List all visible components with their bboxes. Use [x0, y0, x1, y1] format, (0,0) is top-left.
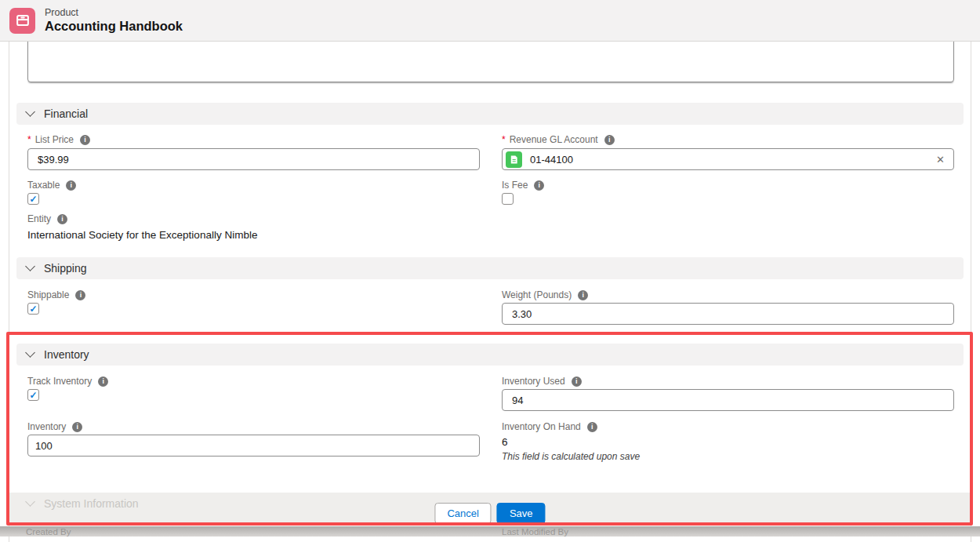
track-inventory-label: Track Inventory	[27, 376, 108, 387]
page: Product Accounting Handbook Financial * …	[0, 0, 980, 542]
info-icon[interactable]	[604, 135, 615, 145]
page-title: Accounting Handbook	[45, 19, 183, 34]
chevron-down-icon	[25, 347, 35, 358]
section-header-shipping[interactable]: Shipping	[16, 257, 964, 279]
section-label: Shipping	[44, 262, 87, 275]
system-information-fields-strip: Created By Last Modified By	[0, 526, 980, 537]
taxable-label: Taxable	[27, 180, 76, 191]
taxable-checkbox[interactable]	[27, 193, 39, 205]
record-header: Product Accounting Handbook	[0, 0, 980, 42]
last-modified-by-label: Last Modified By	[502, 527, 568, 537]
info-icon[interactable]	[72, 422, 82, 432]
list-price-input[interactable]	[27, 148, 480, 170]
info-icon[interactable]	[572, 376, 582, 387]
inventory-label: Inventory	[27, 421, 82, 432]
clear-selection-icon[interactable]	[935, 152, 946, 167]
info-icon[interactable]	[80, 135, 90, 145]
section-label: System Information	[44, 497, 139, 510]
inventory-on-hand-value: 6	[502, 436, 508, 448]
is-fee-checkbox[interactable]	[502, 193, 514, 205]
info-icon[interactable]	[57, 214, 67, 224]
cancel-button[interactable]: Cancel	[434, 503, 491, 524]
info-icon[interactable]	[66, 180, 76, 191]
section-label: Inventory	[44, 348, 89, 361]
inventory-used-label: Inventory Used	[502, 376, 582, 387]
box-icon	[14, 12, 31, 29]
list-price-label: * List Price	[27, 134, 90, 145]
section-header-inventory[interactable]: Inventory	[16, 344, 964, 366]
created-by-label: Created By	[26, 527, 71, 537]
inventory-used-input[interactable]	[502, 389, 954, 411]
section-header-financial[interactable]: Financial	[16, 103, 964, 125]
info-icon[interactable]	[534, 180, 544, 191]
object-label: Product	[45, 7, 183, 19]
weight-label: Weight (Pounds)	[502, 289, 588, 300]
info-icon[interactable]	[587, 422, 597, 432]
info-icon[interactable]	[578, 290, 588, 300]
gl-account-icon	[506, 151, 522, 168]
revenue-gl-account-label: * Revenue GL Account	[502, 134, 615, 145]
track-inventory-checkbox[interactable]	[27, 389, 39, 401]
inventory-on-hand-label: Inventory On Hand	[502, 421, 597, 432]
required-asterisk: *	[27, 134, 31, 145]
card-left-border	[9, 42, 9, 542]
save-button[interactable]: Save	[497, 503, 546, 524]
product-record-icon	[9, 8, 35, 34]
is-fee-label: Is Fee	[502, 180, 544, 191]
card-right-border	[971, 42, 971, 542]
info-icon[interactable]	[98, 376, 108, 387]
chevron-down-icon	[25, 107, 35, 117]
section-label: Financial	[44, 107, 88, 120]
shippable-checkbox[interactable]	[27, 303, 39, 315]
weight-input[interactable]	[502, 303, 954, 325]
info-icon[interactable]	[75, 290, 85, 300]
chevron-down-icon	[25, 497, 35, 507]
revenue-gl-account-lookup[interactable]: 01-44100	[502, 148, 954, 170]
section-header-system-information[interactable]: System Information	[16, 497, 139, 510]
revenue-gl-account-value: 01-44100	[530, 154, 935, 166]
inventory-input[interactable]	[27, 435, 480, 457]
footer-actions: Cancel Save	[434, 503, 545, 524]
shippable-label: Shippable	[27, 289, 85, 300]
chevron-down-icon	[25, 261, 35, 271]
inventory-on-hand-help: This field is calculated upon save	[502, 451, 640, 462]
entity-label: Entity	[27, 213, 67, 224]
entity-value: International Society for the Exceptiona…	[27, 229, 257, 241]
required-asterisk: *	[502, 134, 506, 145]
